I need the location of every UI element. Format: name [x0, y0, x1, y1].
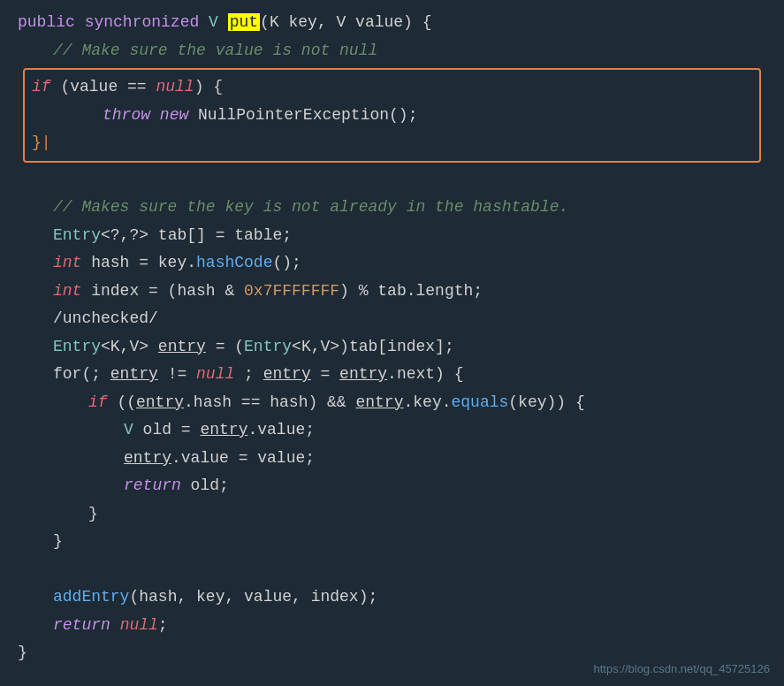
code-line-hash: int hash = key.hashCode(); — [18, 249, 766, 278]
keyword-new: new — [160, 106, 188, 124]
var-entry-for-2: entry — [263, 365, 311, 383]
class-entry-2: Entry — [53, 338, 101, 355]
entry-generic-1: <?,?> tab[] = table; — [101, 226, 292, 244]
if2-close: (key)) { — [508, 393, 584, 411]
if-brace: ) { — [194, 78, 223, 95]
code-line-tab: Entry<?,?> tab[] = table; — [18, 222, 766, 250]
return-space — [110, 616, 120, 634]
keyword-if-2: if — [88, 393, 108, 411]
class-entry-cast: Entry — [244, 338, 292, 355]
code-line-return1: return old; — [18, 472, 766, 500]
code-line-index: int index = (hash & 0x7FFFFFFF) % tab.le… — [18, 278, 766, 306]
keyword-int-1: int — [53, 254, 81, 271]
index-assign-1: index = (hash & — [81, 282, 244, 300]
keyword-synchronized: synchronized — [85, 13, 200, 31]
var-entry-for-3: entry — [339, 365, 387, 383]
close-brace-if: } — [88, 505, 98, 522]
for-next: .next) { — [387, 365, 463, 383]
code-container: public synchronized V put(K key, V value… — [0, 0, 784, 686]
comment-text-1: // Make sure the value is not null — [53, 42, 377, 59]
code-line-close-if: } — [18, 500, 766, 529]
return-semi: ; — [158, 616, 168, 634]
keyword-int-2: int — [53, 282, 81, 300]
code-line-addentry: addEntry(hash, key, value, index); — [18, 583, 766, 612]
code-line-return2: return null; — [18, 612, 766, 640]
exception-text: NullPointerException(); — [188, 106, 417, 124]
code-line-unchecked: /unchecked/ — [18, 305, 766, 333]
watermark: https://blog.csdn.net/qq_45725126 — [594, 662, 771, 675]
return-old: old; — [181, 476, 229, 494]
cursor: | — [42, 133, 51, 151]
method-hashcode: hashCode — [196, 254, 272, 271]
addentry-params: (hash, key, value, index); — [129, 588, 377, 606]
hashcode-paren: (); — [272, 254, 301, 271]
var-entry-if-1: entry — [136, 393, 184, 411]
comment-text-2: // Makes sure the key is not already in … — [53, 198, 568, 216]
code-line-close-for: } — [18, 528, 766, 556]
if2-key: .key. — [403, 393, 451, 411]
code-line-for: for(; entry != null ; entry = entry.next… — [18, 361, 766, 389]
var-entry-for-1: entry — [110, 365, 158, 383]
for-keyword: for(; — [53, 365, 110, 383]
for-semi: ; — [234, 365, 263, 383]
if2-open: (( — [108, 393, 136, 411]
highlighted-block: if (value == null) { throw new NullPoint… — [23, 68, 761, 163]
keyword-return-2: return — [53, 616, 110, 634]
entry-cast-kv: <K,V>)tab[index]; — [292, 338, 454, 355]
entry-cast: = ( — [206, 338, 244, 355]
for-neq: != — [158, 365, 196, 383]
method-addentry: addEntry — [53, 588, 129, 606]
code-line-1: public synchronized V put(K key, V value… — [18, 9, 766, 37]
vold-value: .value; — [247, 421, 315, 438]
index-assign-2: ) % tab.length; — [339, 282, 483, 300]
comment-line-2: // Makes sure the key is not already in … — [18, 194, 766, 222]
code-line-if2: if ((entry.hash == hash) && entry.key.eq… — [18, 389, 766, 417]
evalue-assign: .value = value; — [171, 449, 315, 467]
keyword-null-1: null — [156, 78, 194, 95]
close-brace-method: } — [18, 644, 27, 661]
type-v: V — [209, 13, 218, 31]
annotation-unchecked: /unchecked/ — [53, 309, 158, 327]
var-entry-if-2: entry — [355, 393, 403, 411]
highlighted-line-1: if (value == null) { — [32, 73, 752, 102]
entry-kv: <K,V> — [101, 338, 158, 355]
close-brace-1: } — [32, 133, 42, 151]
vold-assign: old = — [133, 421, 201, 438]
keyword-null-return: null — [120, 616, 158, 634]
code-line-evalue: entry.value = value; — [18, 445, 766, 473]
var-entry-evalue: entry — [124, 449, 171, 467]
comment-line-1: // Make sure the value is not null — [18, 37, 766, 65]
keyword-return-1: return — [124, 476, 181, 494]
hex-value: 0x7FFFFFFF — [244, 282, 339, 300]
throw-space — [150, 106, 160, 124]
type-v-2: V — [124, 421, 133, 438]
highlighted-line-3: }| — [32, 129, 752, 157]
var-entry-1: entry — [158, 338, 206, 355]
method-put: put — [228, 13, 260, 31]
keyword-null-for: null — [196, 365, 234, 383]
keyword-throw: throw — [103, 106, 150, 124]
keyword-public: public — [18, 13, 75, 31]
blank-line-2 — [18, 556, 766, 584]
var-entry-vold: entry — [200, 421, 247, 438]
code-line-entry: Entry<K,V> entry = (Entry<K,V>)tab[index… — [18, 333, 766, 362]
close-brace-for: } — [53, 532, 63, 550]
method-params: (K key, V value) { — [260, 13, 431, 31]
if-condition: (value == — [51, 78, 156, 95]
code-line-vold: V old = entry.value; — [18, 416, 766, 445]
blank-line-1 — [18, 166, 766, 194]
if2-hash: .hash == hash) && — [184, 393, 355, 411]
keyword-if: if — [32, 78, 51, 95]
hash-assign: hash = key. — [81, 254, 196, 271]
method-equals: equals — [452, 393, 509, 411]
class-entry-1: Entry — [53, 226, 101, 244]
highlighted-line-2: throw new NullPointerException(); — [32, 102, 752, 130]
for-assign: = — [311, 365, 339, 383]
